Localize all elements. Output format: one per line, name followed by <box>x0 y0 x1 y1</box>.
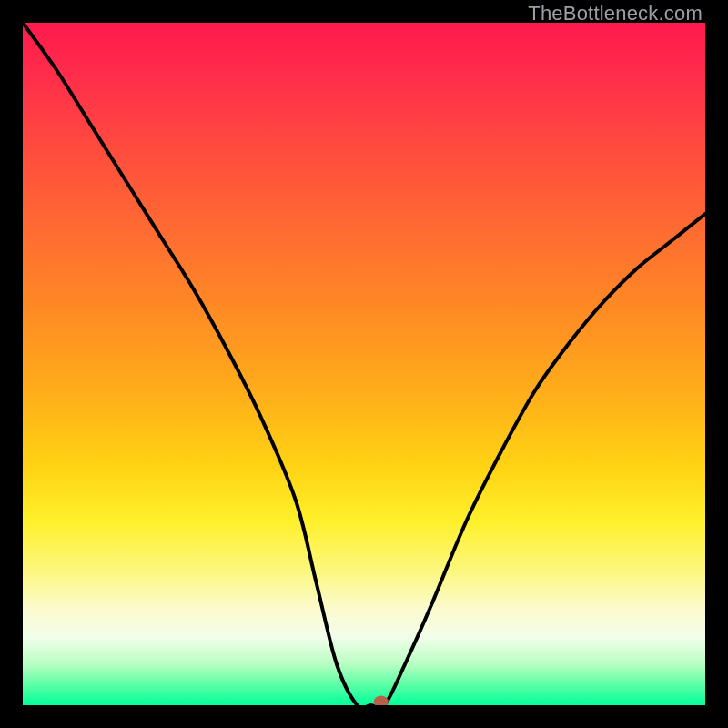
watermark-text: TheBottleneck.com <box>528 2 703 25</box>
chart-frame <box>0 0 728 728</box>
